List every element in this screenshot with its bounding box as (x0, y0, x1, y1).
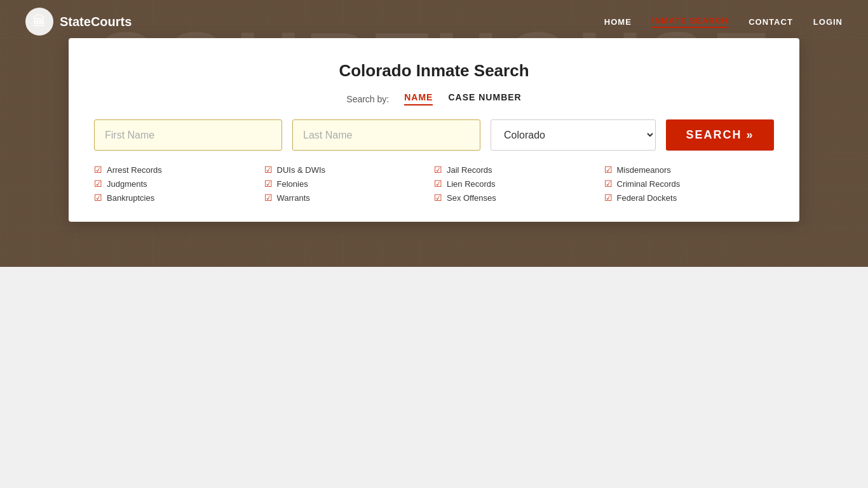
check-icon-judgments: ☑ (94, 179, 102, 189)
check-icon-criminal: ☑ (604, 179, 613, 189)
hero-section: COURTHOUSE 🏛 StateCourts HOME INMATE SEA… (0, 0, 868, 267)
check-label-duis: DUIs & DWIs (277, 165, 326, 175)
check-icon-felonies: ☑ (264, 179, 273, 189)
check-icon-misdemeanors: ☑ (604, 165, 613, 175)
check-label-lien: Lien Records (447, 179, 496, 189)
check-label-warrants: Warrants (277, 193, 310, 203)
check-icon-sex-offenses: ☑ (434, 193, 442, 203)
state-select[interactable]: Colorado AlabamaAlaskaArizonaArkansas Ca… (491, 119, 656, 151)
nav-contact[interactable]: CONTACT (749, 17, 793, 27)
logo-icon: 🏛 (25, 8, 53, 36)
check-label-judgments: Judgments (107, 179, 147, 189)
site-name: StateCourts (60, 15, 132, 29)
check-label-felonies: Felonies (277, 179, 308, 189)
check-bankruptcies: ☑ Bankruptcies (94, 193, 264, 203)
check-sex-offenses: ☑ Sex Offenses (434, 193, 604, 203)
last-name-input[interactable] (292, 119, 480, 151)
search-inputs-row: Colorado AlabamaAlaskaArizonaArkansas Ca… (94, 119, 774, 151)
check-label-arrest: Arrest Records (107, 165, 162, 175)
check-arrest-records: ☑ Arrest Records (94, 165, 264, 175)
check-criminal-records: ☑ Criminal Records (604, 179, 775, 189)
check-icon-federal: ☑ (604, 193, 613, 203)
check-icon-duis: ☑ (264, 165, 273, 175)
check-icon-arrest: ☑ (94, 165, 102, 175)
check-jail-records: ☑ Jail Records (434, 165, 604, 175)
check-label-sex-offenses: Sex Offenses (447, 193, 496, 203)
check-icon-lien: ☑ (434, 179, 442, 189)
check-lien-records: ☑ Lien Records (434, 179, 604, 189)
tab-name[interactable]: NAME (404, 92, 433, 105)
checkboxes-grid: ☑ Arrest Records ☑ DUIs & DWIs ☑ Jail Re… (94, 165, 774, 203)
nav-links: HOME INMATE SEARCH CONTACT LOGIN (604, 16, 843, 28)
search-card: Colorado Inmate Search Search by: NAME C… (69, 38, 799, 222)
check-duis: ☑ DUIs & DWIs (264, 165, 435, 175)
check-warrants: ☑ Warrants (264, 193, 435, 203)
search-card-title: Colorado Inmate Search (94, 61, 774, 81)
nav-inmate-search[interactable]: INMATE SEARCH (652, 16, 728, 28)
check-label-federal: Federal Dockets (617, 193, 677, 203)
site-logo[interactable]: 🏛 StateCourts (25, 8, 132, 36)
nav-home[interactable]: HOME (604, 17, 632, 27)
check-judgments: ☑ Judgments (94, 179, 264, 189)
first-name-input[interactable] (94, 119, 282, 151)
check-label-criminal: Criminal Records (617, 179, 681, 189)
check-misdemeanors: ☑ Misdemeanors (604, 165, 775, 175)
check-label-misdemeanors: Misdemeanors (617, 165, 671, 175)
top-nav: 🏛 StateCourts HOME INMATE SEARCH CONTACT… (0, 0, 868, 43)
search-by-row: Search by: NAME CASE NUMBER (94, 92, 774, 105)
search-by-label: Search by: (346, 94, 389, 104)
search-button[interactable]: SEARCH » (666, 119, 774, 151)
nav-login[interactable]: LOGIN (813, 17, 843, 27)
check-felonies: ☑ Felonies (264, 179, 435, 189)
check-icon-jail: ☑ (434, 165, 442, 175)
check-label-bankruptcies: Bankruptcies (107, 193, 154, 203)
check-icon-warrants: ☑ (264, 193, 273, 203)
check-label-jail: Jail Records (447, 165, 492, 175)
check-federal-dockets: ☑ Federal Dockets (604, 193, 775, 203)
tab-case-number[interactable]: CASE NUMBER (448, 92, 521, 105)
check-icon-bankruptcies: ☑ (94, 193, 102, 203)
